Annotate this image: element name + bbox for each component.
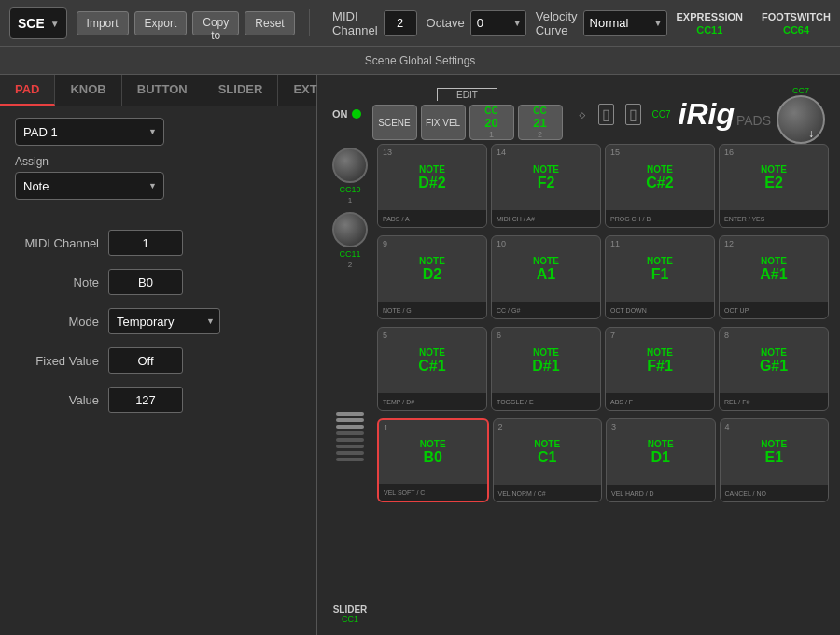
pad-selector-area: PAD 1 Assign Note <box>0 106 316 207</box>
slider-line-1 <box>336 412 364 416</box>
copy-to-button[interactable]: Copy to <box>192 11 239 35</box>
midi-channel-prop-input[interactable] <box>108 230 183 256</box>
pad-2[interactable]: 2 NOTE C1 VEL NORM / C# <box>493 418 603 502</box>
export-button[interactable]: Export <box>134 11 188 35</box>
edit-section: EDIT SCENE FIX VEL CC 20 1 <box>372 88 563 140</box>
slider-lines <box>336 276 364 597</box>
value-input[interactable] <box>108 387 183 413</box>
slider-line-2 <box>336 418 364 422</box>
value-label: Value <box>15 393 99 407</box>
expression-cc: EXPRESSION CC11 <box>677 11 744 35</box>
slider-label-area: SLIDER CC1 <box>333 604 368 624</box>
slider-label: SLIDER <box>333 604 368 614</box>
pad-4[interactable]: 4 NOTE E1 CANCEL / NO <box>720 418 830 502</box>
scene-dropdown[interactable]: SCENE 1 <box>9 7 67 39</box>
assign-selector[interactable]: Note <box>15 172 164 200</box>
knob1-num: 1 <box>348 196 352 205</box>
tab-knob[interactable]: KNOB <box>55 75 121 106</box>
properties-panel: MIDI Channel Note Mode Temporary Fixed V… <box>0 215 316 428</box>
knob2-num: 2 <box>348 261 352 269</box>
tab-button[interactable]: BUTTON <box>122 75 203 106</box>
pad-3[interactable]: 3 NOTE D1 VEL HARD / D <box>606 418 716 502</box>
mode-dropdown[interactable]: Temporary <box>108 308 220 334</box>
pad-selector[interactable]: PAD 1 <box>15 118 164 146</box>
pad-1[interactable]: 1 NOTE B0 VEL SOFT / C <box>377 418 489 502</box>
fixed-value-label: Fixed Value <box>15 354 99 368</box>
fix-vel-label: FIX VEL <box>426 118 460 128</box>
note-prop-input[interactable] <box>108 269 183 295</box>
knob2-cc-label: CC11 <box>339 249 360 259</box>
pad-16[interactable]: 16 NOTE E2 ENTER / YES <box>719 144 829 228</box>
phone-icon-1: ▯ <box>598 104 614 125</box>
fixed-value-input[interactable] <box>108 347 183 374</box>
edit-label: EDIT <box>437 88 497 101</box>
tab-slider[interactable]: SLIDER <box>203 75 279 106</box>
scene-selector[interactable]: SCENE 1 <box>9 7 67 39</box>
pad-row-2: 9 NOTE D2 NOTE / G 10 <box>377 235 829 319</box>
octave-dropdown[interactable]: 0 <box>470 10 526 36</box>
irig-container: ON EDIT SCENE FIX VEL CC 20 <box>317 75 840 635</box>
fix-vel-btn[interactable]: FIX VEL <box>421 105 466 140</box>
cc20-top: CC <box>484 106 497 116</box>
phone-icon-2: ▯ <box>625 104 641 125</box>
pad-8[interactable]: 8 NOTE G#1 REL / F# <box>719 327 829 411</box>
footswitch-cc-value: CC64 <box>783 24 809 35</box>
scene-edit-btn[interactable]: SCENE <box>372 105 417 140</box>
cc20-btn[interactable]: CC 20 1 <box>469 105 514 140</box>
connectivity-icons: ⬦ ▯ ▯ CC7 <box>578 104 671 125</box>
mode-prop: Mode Temporary <box>15 308 301 334</box>
left-panel: PAD KNOB BUTTON SLIDER EXTERNAL PAD 1 As… <box>0 75 317 635</box>
pad-14[interactable]: 14 NOTE F2 MIDI CH / A# <box>491 144 601 228</box>
tab-pad[interactable]: PAD <box>0 75 55 106</box>
expression-label: EXPRESSION <box>677 11 744 22</box>
value-prop: Value <box>15 387 301 413</box>
midi-channel-input[interactable] <box>384 10 417 36</box>
on-dot <box>352 109 361 119</box>
cc21-sub: 2 <box>538 130 542 139</box>
import-button[interactable]: Import <box>77 11 129 35</box>
pad-6[interactable]: 6 NOTE D#1 TOGGLE / E <box>491 327 601 411</box>
slider-cc: CC1 <box>333 614 368 624</box>
footswitch-label: FOOTSWITCH <box>762 11 831 22</box>
pad-7[interactable]: 7 NOTE F#1 ABS / F <box>605 327 715 411</box>
pad-5[interactable]: 5 NOTE C#1 TEMP / D# <box>377 327 487 411</box>
slider-line-6 <box>336 444 364 448</box>
velocity-section: Velocity Curve Normal <box>536 9 667 37</box>
velocity-dropdown[interactable]: Normal <box>583 10 667 36</box>
reset-button[interactable]: Reset <box>245 11 294 35</box>
pad-13[interactable]: 13 NOTE D#2 PADS / A <box>377 144 487 228</box>
midi-channel-prop-label: MIDI Channel <box>15 236 99 250</box>
fixed-value-prop: Fixed Value <box>15 347 301 374</box>
pad-10[interactable]: 10 NOTE A1 CC / G# <box>491 235 601 319</box>
scene-global-label: Scene Global Settings <box>365 54 476 67</box>
mode-prop-label: Mode <box>15 315 99 329</box>
irig-logo: iRig PADS <box>679 97 772 132</box>
octave-label: Octave <box>427 16 465 30</box>
note-prop: Note <box>15 269 301 295</box>
velocity-selector[interactable]: Normal <box>583 10 667 36</box>
pad-row-3: 5 NOTE C#1 TEMP / D# 6 <box>377 327 829 411</box>
assign-dropdown[interactable]: Note <box>15 172 164 200</box>
midi-channel-prop: MIDI Channel <box>15 230 301 256</box>
data-knob[interactable]: ↓ <box>777 95 825 144</box>
knob1[interactable] <box>332 148 368 183</box>
pad-15[interactable]: 15 NOTE C#2 PROG CH / B <box>605 144 715 228</box>
note-prop-label: Note <box>15 275 99 289</box>
octave-selector[interactable]: 0 <box>470 10 526 36</box>
mode-selector[interactable]: Temporary <box>108 308 220 334</box>
slider-line-7 <box>336 451 364 455</box>
on-indicator: ON <box>332 108 361 120</box>
cc21-num: 21 <box>533 116 546 130</box>
expression-cc-value: CC11 <box>696 24 722 35</box>
pad-dropdown[interactable]: PAD 1 <box>15 118 164 146</box>
slider-line-5 <box>336 438 364 442</box>
cc21-btn[interactable]: CC 21 2 <box>518 105 563 140</box>
pad-9[interactable]: 9 NOTE D2 NOTE / G <box>377 235 487 319</box>
knob1-cc-label: CC10 <box>339 185 360 194</box>
pad-12[interactable]: 12 NOTE A#1 OCT UP <box>719 235 829 319</box>
on-label: ON <box>332 108 348 120</box>
pad-11[interactable]: 11 NOTE F1 OCT DOWN <box>605 235 715 319</box>
knob2[interactable] <box>332 212 368 247</box>
assign-label: Assign <box>15 155 301 168</box>
footswitch-cc: FOOTSWITCH CC64 <box>762 11 831 35</box>
